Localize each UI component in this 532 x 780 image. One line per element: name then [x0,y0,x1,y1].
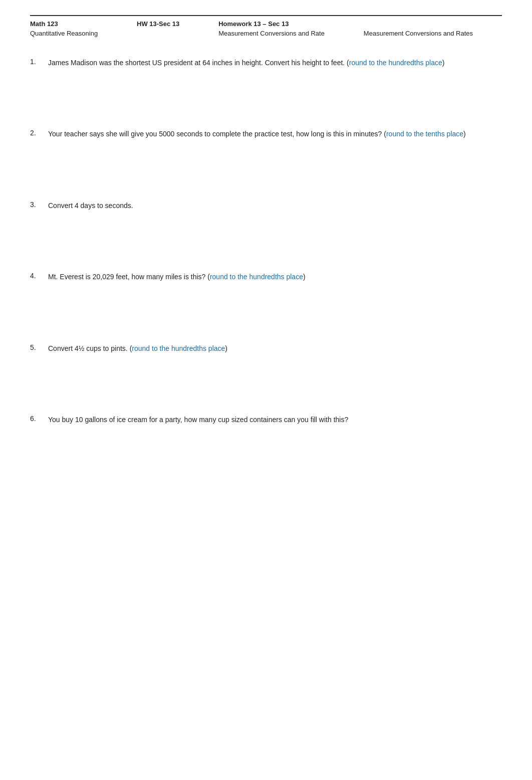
question-4-number: 4. [30,271,44,282]
question-3-text-before: Convert 4 days to seconds. [48,202,133,210]
question-5: 5. Convert 4½ cups to pints. (round to t… [30,343,502,354]
header-homework-title: Homework 13 – Sec 13 [218,20,354,28]
header-empty-bottom-col2 [137,30,208,37]
question-2-link[interactable]: round to the tenths place [386,130,463,138]
question-3-number: 3. [30,200,44,211]
question-1-number: 1. [30,57,44,68]
question-1-text: James Madison was the shortest US presid… [48,57,502,68]
question-5-text-after: ) [225,344,227,352]
question-4: 4. Mt. Everest is 20,029 feet, how many … [30,271,502,282]
question-4-text-after: ) [303,273,306,281]
question-3-text: Convert 4 days to seconds. [48,200,502,211]
header-measurement-rates: Measurement Conversions and Rates [364,30,502,37]
question-5-text-before: Convert 4½ cups to pints. ( [48,344,132,352]
question-3: 3. Convert 4 days to seconds. [30,200,502,211]
question-4-link[interactable]: round to the hundredths place [210,273,303,281]
question-1-text-before: James Madison was the shortest US presid… [48,59,349,67]
question-2-text: Your teacher says she will give you 5000… [48,128,502,139]
header-empty-top-right [364,20,502,28]
page-header: Math 123 HW 13-Sec 13 Homework 13 – Sec … [30,15,502,37]
question-2-number: 2. [30,128,44,139]
question-6-text: You buy 10 gallons of ice cream for a pa… [48,414,502,425]
header-hw: HW 13-Sec 13 [137,20,208,28]
question-5-text: Convert 4½ cups to pints. (round to the … [48,343,502,354]
question-6-number: 6. [30,414,44,425]
question-1: 1. James Madison was the shortest US pre… [30,57,502,68]
header-measurement-rate: Measurement Conversions and Rate [218,30,354,37]
question-4-text: Mt. Everest is 20,029 feet, how many mil… [48,271,502,282]
question-4-text-before: Mt. Everest is 20,029 feet, how many mil… [48,273,210,281]
question-2-text-after: ) [463,130,466,138]
question-2: 2. Your teacher says she will give you 5… [30,128,502,139]
question-6-text-before: You buy 10 gallons of ice cream for a pa… [48,416,348,424]
questions-container: 1. James Madison was the shortest US pre… [30,57,502,425]
question-5-link[interactable]: round to the hundredths place [132,344,225,352]
header-math123: Math 123 [30,20,127,28]
question-2-text-before: Your teacher says she will give you 5000… [48,130,386,138]
header-quantitative: Quantitative Reasoning [30,30,127,37]
question-6: 6. You buy 10 gallons of ice cream for a… [30,414,502,425]
question-1-link[interactable]: round to the hundredths place [349,59,442,67]
question-1-text-after: ) [442,59,445,67]
question-5-number: 5. [30,343,44,354]
